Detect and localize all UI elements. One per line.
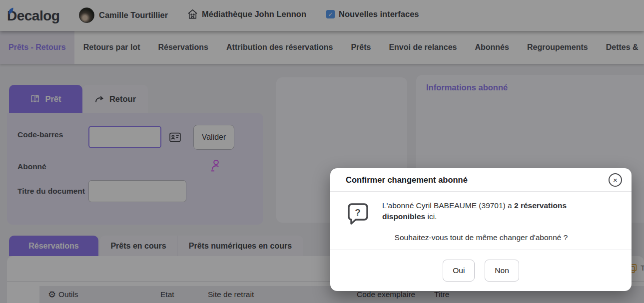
close-icon[interactable]: × (609, 173, 622, 187)
no-button[interactable]: Non (485, 260, 519, 282)
question-glyph: ? (355, 207, 361, 218)
question-bubble-icon: ? (346, 201, 370, 227)
confirm-patron-change-dialog: Confirmer changement abonné × ? L'abonné… (330, 168, 632, 291)
dialog-body: ? L'abonné Cyril BABEAUME (39701) a 2 ré… (330, 192, 632, 242)
dialog-footer: Oui Non (330, 250, 632, 282)
yes-button[interactable]: Oui (443, 260, 475, 282)
dialog-message: L'abonné Cyril BABEAUME (39701) a 2 rése… (382, 200, 592, 227)
dialog-question: Souhaitez-vous tout de même changer d'ab… (346, 233, 617, 242)
decalog-app-screen: Decalog Camille Tourtillier Médiathèque … (0, 0, 644, 303)
dialog-title: Confirmer changement abonné (346, 175, 468, 185)
dialog-header: Confirmer changement abonné × (330, 168, 632, 192)
message-prefix: L'abonné Cyril BABEAUME (39701) a (382, 201, 514, 210)
message-suffix: ici. (425, 212, 437, 221)
